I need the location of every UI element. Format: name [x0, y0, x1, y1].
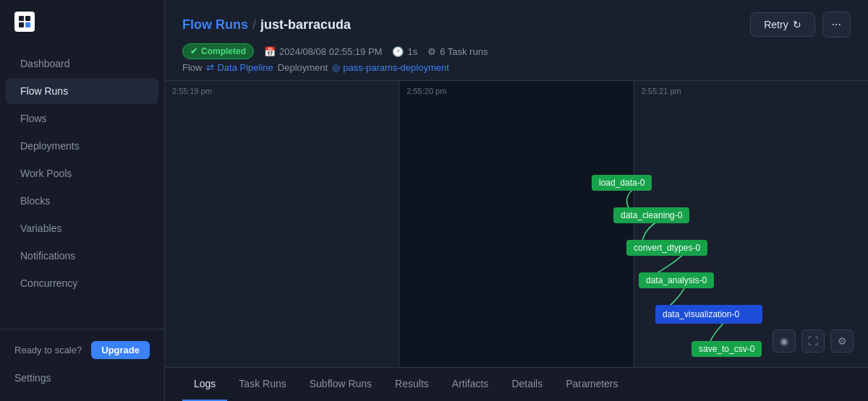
tasks-icon: ⚙: [427, 46, 436, 57]
sidebar-item-concurrency[interactable]: Concurrency: [6, 270, 158, 296]
sidebar-item-blocks[interactable]: Blocks: [6, 188, 158, 214]
sidebar-item-deployments[interactable]: Deployments: [6, 133, 158, 159]
sidebar-item-dashboard[interactable]: Dashboard: [6, 51, 158, 77]
date-value: 2024/08/08 02:55:19 PM: [279, 46, 382, 57]
sidebar-item-notifications[interactable]: Notifications: [6, 243, 158, 269]
minimap-button[interactable]: ◉: [773, 329, 796, 353]
task-pill-data-visualization[interactable]: data_visualization-0: [655, 305, 762, 324]
svg-rect-0: [19, 16, 24, 21]
flow-icon: ⇄: [206, 62, 214, 73]
flow-name: Data Pipeline: [217, 62, 273, 73]
sidebar-bottom: Ready to scale? Upgrade Settings: [0, 329, 164, 401]
deployment-icon: ◎: [332, 62, 340, 73]
fullscreen-button[interactable]: ⛶: [801, 329, 825, 353]
svg-rect-2: [19, 22, 24, 27]
timeline-canvas[interactable]: 2:55:19 pm 2:55:20 pm 2:55:21 pm: [165, 81, 868, 367]
retry-icon: ↻: [793, 19, 801, 30]
tab-logs[interactable]: Logs: [182, 368, 227, 401]
status-badge: ✔ Completed: [182, 43, 254, 59]
task-pill-save-to-csv[interactable]: save_to_csv-0: [692, 341, 762, 357]
task-pill-load-data[interactable]: load_data-0: [592, 175, 652, 191]
deployment-name-link[interactable]: ◎ pass-params-deployment: [332, 62, 449, 73]
task-save-to-csv[interactable]: save_to_csv-0: [692, 341, 762, 357]
meta-date: 📅 2024/08/08 02:55:19 PM: [264, 46, 382, 57]
sidebar-item-settings[interactable]: Settings: [14, 366, 150, 389]
tab-results[interactable]: Results: [383, 368, 441, 401]
tabs-bar: Logs Task Runs Subflow Runs Results Arti…: [165, 367, 868, 401]
breadcrumb-flow-runs-link[interactable]: Flow Runs: [182, 17, 248, 33]
tab-artifacts[interactable]: Artifacts: [441, 368, 501, 401]
task-pill-data-analysis[interactable]: data_analysis-0: [639, 272, 714, 288]
timeline-area: 2:55:19 pm 2:55:20 pm 2:55:21 pm: [165, 81, 868, 367]
svg-rect-3: [25, 22, 30, 27]
flow-name-link[interactable]: ⇄ Data Pipeline: [206, 62, 273, 73]
breadcrumb-separator: /: [252, 17, 256, 33]
more-options-button[interactable]: ···: [822, 12, 851, 38]
tasks-container: load_data-0 data_cleaning-0 convert_dtyp…: [165, 81, 868, 367]
tab-details[interactable]: Details: [500, 368, 554, 401]
status-check-icon: ✔: [190, 46, 197, 56]
duration-value: 1s: [407, 46, 417, 57]
task-pill-convert-dtypes[interactable]: convert_dtypes-0: [626, 240, 707, 256]
flow-meta-row: Flow ⇄ Data Pipeline Deployment ◎ pass-p…: [182, 62, 851, 73]
clock-icon: 🕐: [392, 46, 404, 57]
run-name: just-barracuda: [260, 17, 351, 33]
sidebar: Dashboard Flow Runs Flows Deployments Wo…: [0, 0, 165, 401]
arrows-svg: [165, 81, 868, 367]
upgrade-label: Ready to scale?: [14, 345, 82, 355]
deployment-name: pass-params-deployment: [343, 62, 449, 73]
task-load-data[interactable]: load_data-0: [592, 175, 652, 191]
sidebar-item-flow-runs[interactable]: Flow Runs: [6, 78, 158, 104]
retry-label: Retry: [764, 19, 788, 30]
tab-parameters[interactable]: Parameters: [554, 368, 629, 401]
sidebar-item-work-pools[interactable]: Work Pools: [6, 160, 158, 186]
settings-button[interactable]: ⚙: [830, 329, 854, 353]
task-data-visualization[interactable]: data_visualization-0: [655, 305, 762, 324]
header: Flow Runs / just-barracuda Retry ↻ ··· ✔…: [165, 0, 868, 81]
map-controls: ◉ ⛶ ⚙: [773, 329, 854, 353]
sidebar-item-flows[interactable]: Flows: [6, 105, 158, 131]
status-text: Completed: [201, 46, 246, 56]
upgrade-row: Ready to scale? Upgrade: [14, 341, 150, 359]
task-runs-value: 6 Task runs: [440, 46, 488, 57]
sidebar-nav: Dashboard Flow Runs Flows Deployments Wo…: [0, 43, 164, 329]
header-top: Flow Runs / just-barracuda Retry ↻ ···: [182, 12, 851, 38]
calendar-icon: 📅: [264, 46, 276, 57]
task-convert-dtypes[interactable]: convert_dtypes-0: [626, 240, 707, 256]
main-content: Flow Runs / just-barracuda Retry ↻ ··· ✔…: [165, 0, 868, 401]
deployment-label: Deployment: [278, 62, 328, 73]
meta-task-runs: ⚙ 6 Task runs: [427, 46, 488, 57]
breadcrumb: Flow Runs / just-barracuda: [182, 17, 351, 33]
task-pill-data-cleaning[interactable]: data_cleaning-0: [613, 207, 689, 223]
logo-icon: [14, 12, 35, 32]
svg-rect-1: [25, 16, 30, 21]
flow-label: Flow: [182, 62, 202, 73]
logo-area: [0, 0, 164, 43]
meta-duration: 🕐 1s: [392, 46, 417, 57]
retry-button[interactable]: Retry ↻: [750, 12, 814, 37]
tab-subflow-runs[interactable]: Subflow Runs: [298, 368, 383, 401]
task-data-analysis[interactable]: data_analysis-0: [639, 272, 714, 288]
upgrade-button[interactable]: Upgrade: [91, 341, 150, 359]
header-actions: Retry ↻ ···: [750, 12, 851, 38]
tab-task-runs[interactable]: Task Runs: [227, 368, 297, 401]
sidebar-item-variables[interactable]: Variables: [6, 215, 158, 241]
task-data-cleaning[interactable]: data_cleaning-0: [613, 207, 689, 223]
meta-row: ✔ Completed 📅 2024/08/08 02:55:19 PM 🕐 1…: [182, 43, 851, 59]
